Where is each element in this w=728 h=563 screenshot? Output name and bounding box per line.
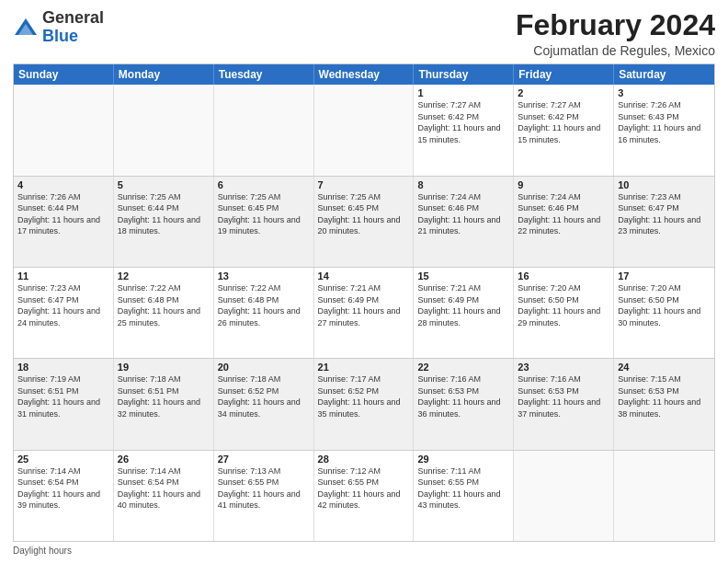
day-number: 25 (17, 454, 109, 465)
cell-info: Sunrise: 7:23 AM Sunset: 6:47 PM Dayligh… (618, 191, 711, 237)
cell-info: Sunrise: 7:20 AM Sunset: 6:50 PM Dayligh… (618, 282, 711, 328)
cal-cell-1-6: 10Sunrise: 7:23 AM Sunset: 6:47 PM Dayli… (614, 177, 714, 267)
cell-info: Sunrise: 7:15 AM Sunset: 6:53 PM Dayligh… (618, 373, 711, 419)
cal-cell-0-3 (314, 85, 415, 175)
cal-header-cell-sunday: Sunday (14, 64, 114, 85)
cal-cell-1-1: 5Sunrise: 7:25 AM Sunset: 6:44 PM Daylig… (114, 177, 214, 267)
day-number: 18 (17, 362, 109, 373)
cell-info: Sunrise: 7:16 AM Sunset: 6:53 PM Dayligh… (417, 373, 509, 419)
cell-info: Sunrise: 7:12 AM Sunset: 6:55 PM Dayligh… (318, 465, 410, 511)
cal-header-cell-tuesday: Tuesday (214, 64, 314, 85)
header: General Blue February 2024 Cojumatlan de… (13, 9, 715, 58)
cal-cell-2-4: 15Sunrise: 7:21 AM Sunset: 6:49 PM Dayli… (414, 268, 514, 358)
logo-text: General Blue (42, 9, 104, 46)
day-number: 3 (618, 87, 711, 98)
cell-info: Sunrise: 7:21 AM Sunset: 6:49 PM Dayligh… (318, 282, 410, 328)
day-number: 16 (518, 270, 609, 282)
cal-cell-0-0 (14, 85, 114, 175)
day-number: 15 (417, 270, 509, 282)
cal-cell-1-2: 6Sunrise: 7:25 AM Sunset: 6:45 PM Daylig… (214, 177, 314, 267)
cell-info: Sunrise: 7:18 AM Sunset: 6:52 PM Dayligh… (218, 373, 310, 419)
cell-info: Sunrise: 7:20 AM Sunset: 6:50 PM Dayligh… (518, 282, 609, 328)
cal-cell-0-2 (214, 85, 314, 175)
page: General Blue February 2024 Cojumatlan de… (0, 0, 728, 563)
cal-cell-3-2: 20Sunrise: 7:18 AM Sunset: 6:52 PM Dayli… (214, 359, 314, 449)
cal-cell-1-3: 7Sunrise: 7:25 AM Sunset: 6:45 PM Daylig… (314, 177, 415, 267)
cal-cell-4-1: 26Sunrise: 7:14 AM Sunset: 6:54 PM Dayli… (114, 451, 214, 541)
cal-cell-2-1: 12Sunrise: 7:22 AM Sunset: 6:48 PM Dayli… (114, 268, 214, 358)
logo-icon (13, 15, 39, 40)
cal-cell-1-4: 8Sunrise: 7:24 AM Sunset: 6:46 PM Daylig… (414, 177, 514, 267)
cal-row-0: 1Sunrise: 7:27 AM Sunset: 6:42 PM Daylig… (14, 85, 714, 175)
cal-cell-0-1 (114, 85, 214, 175)
cell-info: Sunrise: 7:18 AM Sunset: 6:51 PM Dayligh… (118, 373, 210, 419)
cal-cell-2-0: 11Sunrise: 7:23 AM Sunset: 6:47 PM Dayli… (14, 268, 114, 358)
day-number: 29 (417, 454, 509, 465)
footer: Daylight hours (13, 546, 715, 556)
cal-cell-4-3: 28Sunrise: 7:12 AM Sunset: 6:55 PM Dayli… (314, 451, 415, 541)
cal-cell-3-4: 22Sunrise: 7:16 AM Sunset: 6:53 PM Dayli… (414, 359, 514, 449)
cal-header-cell-thursday: Thursday (414, 64, 514, 85)
cal-cell-2-2: 13Sunrise: 7:22 AM Sunset: 6:48 PM Dayli… (214, 268, 314, 358)
day-number: 17 (618, 270, 711, 282)
cell-info: Sunrise: 7:26 AM Sunset: 6:44 PM Dayligh… (17, 191, 109, 237)
cell-info: Sunrise: 7:14 AM Sunset: 6:54 PM Dayligh… (17, 465, 109, 511)
logo: General Blue (13, 9, 104, 46)
cal-row-4: 25Sunrise: 7:14 AM Sunset: 6:54 PM Dayli… (14, 450, 714, 541)
cal-cell-1-0: 4Sunrise: 7:26 AM Sunset: 6:44 PM Daylig… (14, 177, 114, 267)
cal-cell-2-3: 14Sunrise: 7:21 AM Sunset: 6:49 PM Dayli… (314, 268, 415, 358)
cell-info: Sunrise: 7:17 AM Sunset: 6:52 PM Dayligh… (318, 373, 410, 419)
day-number: 7 (318, 179, 410, 190)
cell-info: Sunrise: 7:16 AM Sunset: 6:53 PM Dayligh… (518, 373, 609, 419)
day-number: 14 (318, 270, 410, 282)
day-number: 10 (618, 179, 711, 190)
cal-header-cell-wednesday: Wednesday (314, 64, 415, 85)
day-number: 8 (417, 179, 509, 190)
cell-info: Sunrise: 7:13 AM Sunset: 6:55 PM Dayligh… (218, 465, 310, 511)
day-number: 20 (218, 362, 310, 373)
cal-cell-3-0: 18Sunrise: 7:19 AM Sunset: 6:51 PM Dayli… (14, 359, 114, 449)
cell-info: Sunrise: 7:25 AM Sunset: 6:44 PM Dayligh… (118, 191, 210, 237)
cell-info: Sunrise: 7:24 AM Sunset: 6:46 PM Dayligh… (417, 191, 509, 237)
cal-cell-4-2: 27Sunrise: 7:13 AM Sunset: 6:55 PM Dayli… (214, 451, 314, 541)
logo-general-text: General (42, 8, 104, 27)
cal-cell-4-0: 25Sunrise: 7:14 AM Sunset: 6:54 PM Dayli… (14, 451, 114, 541)
cal-cell-3-1: 19Sunrise: 7:18 AM Sunset: 6:51 PM Dayli… (114, 359, 214, 449)
title-block: February 2024 Cojumatlan de Regules, Mex… (516, 9, 715, 58)
cal-header-cell-monday: Monday (114, 64, 214, 85)
cell-info: Sunrise: 7:11 AM Sunset: 6:55 PM Dayligh… (417, 465, 509, 511)
day-number: 12 (118, 270, 210, 282)
day-number: 1 (417, 87, 509, 98)
day-number: 2 (518, 87, 609, 98)
cell-info: Sunrise: 7:21 AM Sunset: 6:49 PM Dayligh… (417, 282, 509, 328)
cal-row-3: 18Sunrise: 7:19 AM Sunset: 6:51 PM Dayli… (14, 358, 714, 449)
cell-info: Sunrise: 7:25 AM Sunset: 6:45 PM Dayligh… (218, 191, 310, 237)
day-number: 13 (218, 270, 310, 282)
cell-info: Sunrise: 7:19 AM Sunset: 6:51 PM Dayligh… (17, 373, 109, 419)
day-number: 23 (518, 362, 609, 373)
cal-cell-4-5 (514, 451, 614, 541)
cal-cell-2-6: 17Sunrise: 7:20 AM Sunset: 6:50 PM Dayli… (614, 268, 714, 358)
calendar-header: SundayMondayTuesdayWednesdayThursdayFrid… (14, 64, 714, 85)
cell-info: Sunrise: 7:25 AM Sunset: 6:45 PM Dayligh… (318, 191, 410, 237)
day-number: 6 (218, 179, 310, 190)
cell-info: Sunrise: 7:27 AM Sunset: 6:42 PM Dayligh… (417, 99, 509, 145)
cal-cell-0-6: 3Sunrise: 7:26 AM Sunset: 6:43 PM Daylig… (614, 85, 714, 175)
cal-cell-3-6: 24Sunrise: 7:15 AM Sunset: 6:53 PM Dayli… (614, 359, 714, 449)
cell-info: Sunrise: 7:22 AM Sunset: 6:48 PM Dayligh… (218, 282, 310, 328)
day-number: 5 (118, 179, 210, 190)
calendar: SundayMondayTuesdayWednesdayThursdayFrid… (13, 63, 715, 542)
cell-info: Sunrise: 7:14 AM Sunset: 6:54 PM Dayligh… (118, 465, 210, 511)
cell-info: Sunrise: 7:22 AM Sunset: 6:48 PM Dayligh… (118, 282, 210, 328)
day-number: 21 (318, 362, 410, 373)
cal-cell-2-5: 16Sunrise: 7:20 AM Sunset: 6:50 PM Dayli… (514, 268, 614, 358)
cal-header-cell-saturday: Saturday (614, 64, 714, 85)
day-number: 11 (17, 270, 109, 282)
cell-info: Sunrise: 7:23 AM Sunset: 6:47 PM Dayligh… (17, 282, 109, 328)
cal-header-cell-friday: Friday (514, 64, 614, 85)
day-number: 27 (218, 454, 310, 465)
cal-cell-1-5: 9Sunrise: 7:24 AM Sunset: 6:46 PM Daylig… (514, 177, 614, 267)
cal-cell-4-6 (614, 451, 714, 541)
cal-cell-3-3: 21Sunrise: 7:17 AM Sunset: 6:52 PM Dayli… (314, 359, 415, 449)
cal-cell-0-5: 2Sunrise: 7:27 AM Sunset: 6:42 PM Daylig… (514, 85, 614, 175)
